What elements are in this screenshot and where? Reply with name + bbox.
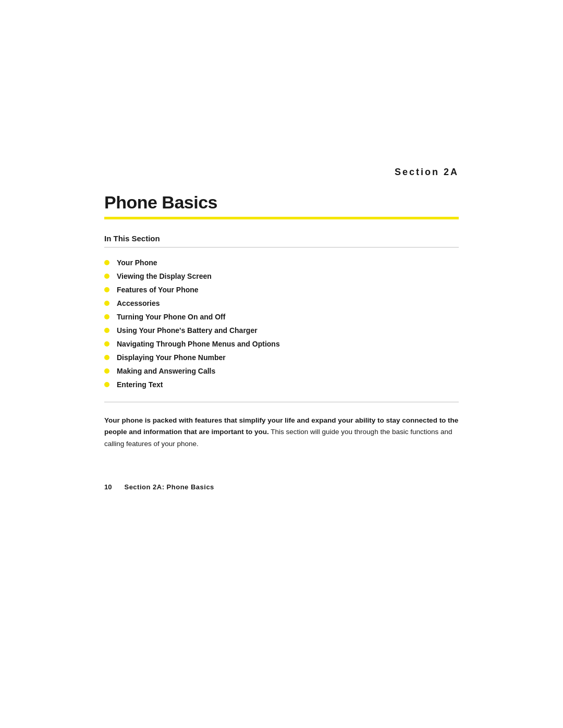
list-item: Navigating Through Phone Menus and Optio… [104, 337, 459, 351]
section-label: Section 2A [104, 167, 459, 178]
toc-item-label: Displaying Your Phone Number [117, 353, 226, 362]
page-title: Phone Basics [104, 192, 459, 213]
bullet-icon [104, 328, 109, 333]
toc-item-label: Turning Your Phone On and Off [117, 313, 225, 321]
section-label-prefix: Section [395, 167, 439, 177]
section-divider-bottom [104, 402, 459, 402]
bullet-icon [104, 355, 109, 360]
toc-item-label: Your Phone [117, 258, 157, 267]
page-container: Section 2A Phone Basics In This Section … [0, 0, 563, 728]
list-item: Accessories [104, 297, 459, 310]
list-item: Your Phone [104, 256, 459, 269]
list-item: Viewing the Display Screen [104, 269, 459, 283]
title-underline [104, 217, 459, 219]
toc-item-label: Entering Text [117, 380, 163, 389]
bullet-icon [104, 314, 109, 319]
bullet-icon [104, 341, 109, 347]
list-item: Features of Your Phone [104, 283, 459, 297]
bullet-icon [104, 382, 109, 387]
intro-paragraph: Your phone is packed with features that … [104, 415, 459, 450]
page-footer: 10 Section 2A: Phone Basics [104, 481, 459, 491]
bullet-icon [104, 260, 109, 265]
list-item: Making and Answering Calls [104, 364, 459, 378]
bullet-icon [104, 368, 109, 374]
in-this-section-header: In This Section [104, 234, 459, 248]
toc-item-label: Viewing the Display Screen [117, 272, 212, 280]
toc-item-label: Making and Answering Calls [117, 367, 215, 375]
list-item: Turning Your Phone On and Off [104, 310, 459, 324]
bullet-icon [104, 301, 109, 306]
toc-item-label: Features of Your Phone [117, 286, 199, 294]
toc-item-label: Accessories [117, 299, 160, 307]
toc-item-label: Using Your Phone's Battery and Charger [117, 326, 258, 335]
section-label-id: 2A [444, 167, 459, 177]
list-item: Entering Text [104, 378, 459, 391]
page-number: 10 [104, 483, 112, 491]
list-item: Displaying Your Phone Number [104, 351, 459, 364]
bullet-icon [104, 274, 109, 279]
toc-list: Your Phone Viewing the Display Screen Fe… [104, 256, 459, 391]
content-area: Section 2A Phone Basics In This Section … [94, 0, 469, 491]
toc-item-label: Navigating Through Phone Menus and Optio… [117, 340, 280, 348]
bullet-icon [104, 287, 109, 292]
list-item: Using Your Phone's Battery and Charger [104, 324, 459, 337]
footer-section-label: Section 2A: Phone Basics [124, 483, 214, 491]
